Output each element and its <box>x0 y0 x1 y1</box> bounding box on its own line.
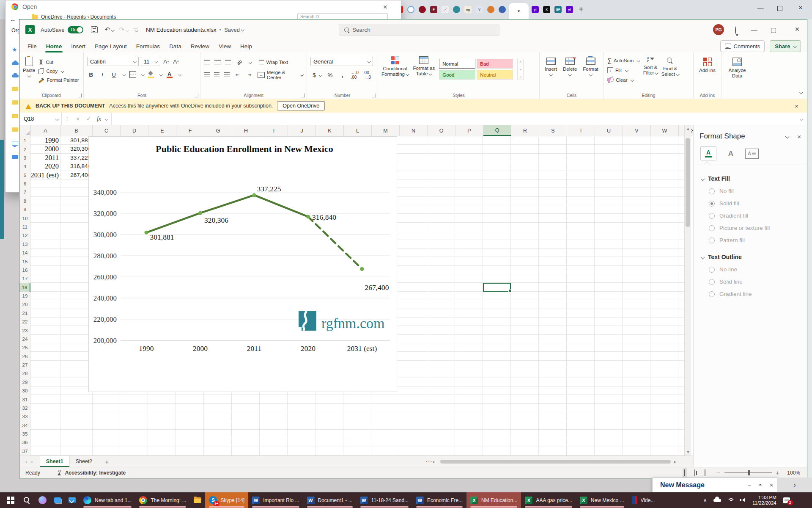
number-format-select[interactable]: General <box>310 57 373 66</box>
row-header-20[interactable]: 20 <box>19 300 30 309</box>
textbox-tab[interactable]: A <box>745 149 759 159</box>
taskbar-explorer[interactable] <box>190 492 205 508</box>
taskbar-nba-vide[interactable]: Vide... <box>628 492 659 508</box>
volume-icon[interactable] <box>740 497 746 503</box>
tab-home[interactable]: Home <box>41 40 67 52</box>
row-header-30[interactable]: 30 <box>19 387 30 395</box>
row-header-34[interactable]: 34 <box>19 421 30 430</box>
excel-maximize-button[interactable] <box>771 27 776 35</box>
folder-icon[interactable] <box>12 114 18 118</box>
name-box[interactable]: Q18 <box>19 113 62 125</box>
clipboard-dialog-launcher[interactable] <box>78 94 82 97</box>
column-header-C[interactable]: C <box>93 125 121 136</box>
onedrive-cloud-icon[interactable] <box>12 62 19 65</box>
column-header-S[interactable]: S <box>539 125 567 136</box>
column-header-O[interactable]: O <box>428 125 455 136</box>
cell-style-neutral[interactable]: Neutral <box>477 70 513 80</box>
zoom-in-button[interactable]: + <box>776 469 780 476</box>
row-header-36[interactable]: 36 <box>19 438 30 447</box>
browser-tab-ng[interactable]: ng <box>464 6 472 13</box>
comments-button[interactable]: Comments <box>720 40 765 52</box>
column-header-A[interactable]: A <box>31 125 60 136</box>
italic-button[interactable]: I <box>99 70 106 79</box>
copy-button[interactable]: Copy <box>38 66 79 75</box>
browser-tab-x-active[interactable]: X <box>515 8 522 15</box>
network-icon[interactable] <box>12 155 18 159</box>
browser-minimize-button[interactable]: — <box>754 4 767 11</box>
clear-button[interactable]: Clear <box>607 75 640 84</box>
enrollment-chart[interactable]: 340,000320,000300,000280,000260,000240,0… <box>88 136 397 392</box>
column-header-D[interactable]: D <box>121 125 148 136</box>
cell-A4[interactable]: 2020 <box>30 162 59 171</box>
row-header-5[interactable]: 5 <box>19 171 30 179</box>
zoom-slider-thumb[interactable] <box>748 470 750 475</box>
tab-file[interactable]: File <box>23 40 41 52</box>
favorites-star-icon[interactable]: ★ <box>12 46 19 53</box>
cancel-entry-icon[interactable]: × <box>73 116 83 122</box>
chevron-right-icon[interactable]: › <box>793 480 796 489</box>
radio-option-no-fill[interactable]: No fill <box>709 188 807 194</box>
align-left-icon[interactable] <box>204 72 210 77</box>
column-header-H[interactable]: H <box>232 125 260 136</box>
browser-maximize-button[interactable] <box>777 5 782 13</box>
popup-minimize-button[interactable]: – <box>744 482 755 489</box>
align-middle-icon[interactable] <box>214 60 221 65</box>
avatar[interactable]: PG <box>713 24 724 35</box>
row-header-31[interactable]: 31 <box>19 395 30 403</box>
pane-close-button[interactable]: × <box>797 133 801 140</box>
comma-button[interactable]: , <box>339 71 346 79</box>
cell-A5[interactable]: 2031 (est) <box>30 171 59 179</box>
page-break-view-button[interactable] <box>703 468 707 478</box>
orientation-button[interactable]: ab <box>234 56 245 68</box>
row-header-35[interactable]: 35 <box>19 430 30 438</box>
browser-tab-shield[interactable]: V <box>476 6 483 13</box>
autosum-button[interactable]: ∑AutoSum <box>607 56 640 65</box>
browser-tab-teal-tool[interactable] <box>453 6 460 13</box>
increase-decimal-button[interactable]: ←.0.00 <box>351 70 359 80</box>
percent-button[interactable]: % <box>326 71 334 79</box>
cell-style-good[interactable]: Good <box>439 70 475 80</box>
column-header-E[interactable]: E <box>148 125 176 136</box>
bold-button[interactable]: B <box>87 70 95 79</box>
fill-button[interactable]: ↓Fill <box>607 66 640 75</box>
wrap-text-button[interactable]: Wrap Text <box>259 58 288 66</box>
row-header-14[interactable]: 14 <box>19 248 30 257</box>
radio-option-solid-fill[interactable]: Solid fill <box>709 200 807 207</box>
formula-bar-expand-icon[interactable] <box>800 117 803 121</box>
row-header-16[interactable]: 16 <box>19 266 30 274</box>
radio-option-pattern-fill[interactable]: Pattern fill <box>709 237 807 243</box>
row-header-18[interactable]: 18 <box>19 283 30 291</box>
row-header-28[interactable]: 28 <box>19 369 30 378</box>
new-sheet-button[interactable]: + <box>98 458 115 465</box>
insert-cells-button[interactable]: Insert <box>545 58 557 76</box>
back-arrow-icon[interactable]: ← <box>10 16 16 23</box>
paste-button[interactable]: Paste <box>23 57 35 77</box>
normal-view-button[interactable] <box>683 468 687 478</box>
insert-function-button[interactable]: fx <box>94 116 104 122</box>
popup-restore-button[interactable]: ⌯ <box>755 482 766 488</box>
browser-tab-x-black[interactable]: X <box>543 6 550 13</box>
open-dialog-close-button[interactable]: × <box>383 3 387 11</box>
text-fill-tab[interactable]: A <box>700 146 716 160</box>
browser-tab-xm-circle[interactable] <box>407 6 414 13</box>
row-header-19[interactable]: 19 <box>19 292 30 300</box>
radio-option-gradient-line[interactable]: Gradient line <box>709 291 807 297</box>
tab-help[interactable]: Help <box>236 40 257 52</box>
prev-sheet-button[interactable]: ‹ <box>19 458 31 465</box>
pane-section-text-fill[interactable]: Text Fill <box>700 175 807 182</box>
taskbar-edge-new-tab-and-1[interactable]: New tab and 1... <box>80 492 135 508</box>
taskbar-start[interactable] <box>3 492 19 508</box>
taskbar-copilot[interactable] <box>35 492 50 508</box>
analyze-data-button[interactable]: Analyze Data <box>725 58 749 78</box>
sheet-options-dots[interactable]: ⋯ <box>425 458 432 466</box>
tab-view[interactable]: View <box>214 40 236 52</box>
row-header-17[interactable]: 17 <box>19 274 30 283</box>
format-painter-button[interactable]: Format Painter <box>38 75 79 84</box>
vertical-scrollbar[interactable]: ▲ ▼ <box>684 125 691 456</box>
align-right-icon[interactable] <box>224 72 230 77</box>
browser-tab-yahoo-1[interactable]: y! <box>532 6 539 13</box>
column-header-N[interactable]: N <box>400 125 428 136</box>
alignment-dialog-launcher[interactable] <box>301 94 305 97</box>
row-header-1[interactable]: 1 <box>19 136 30 145</box>
radio-option-no-line[interactable]: No line <box>709 266 807 273</box>
